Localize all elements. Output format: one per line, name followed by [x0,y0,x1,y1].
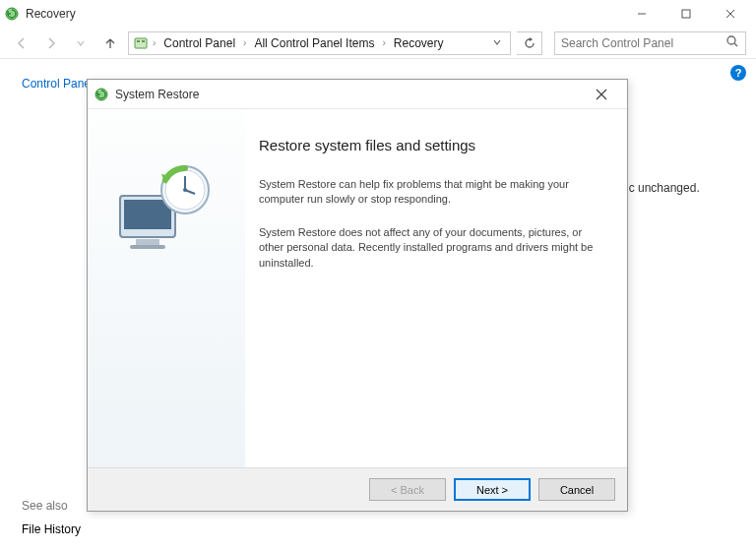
address-bar[interactable]: › Control Panel › All Control Panel Item… [128,31,511,55]
svg-rect-14 [124,200,171,229]
search-input[interactable] [561,36,725,50]
dialog-titlebar[interactable]: System Restore [88,80,627,109]
system-restore-dialog: System Restore R [87,79,628,512]
svg-rect-6 [137,40,140,42]
back-button: < Back [369,478,446,501]
wizard-heading: Restore system files and settings [259,137,601,153]
see-also-label: See also [22,499,68,513]
control-panel-icon [133,35,149,51]
dialog-footer: < Back Next > Cancel [88,467,627,511]
back-arrow-button[interactable] [10,31,33,55]
help-icon[interactable]: ? [730,65,746,81]
main-window-title: Recovery [26,7,76,21]
maximize-button[interactable] [663,0,708,28]
svg-rect-7 [142,40,145,42]
recovery-app-icon [4,6,20,22]
close-button[interactable] [708,0,752,28]
address-dropdown-button[interactable] [488,36,506,50]
svg-rect-2 [682,10,690,18]
navigation-bar: › Control Panel › All Control Panel Item… [0,28,756,59]
minimize-button[interactable] [619,0,663,28]
dialog-title: System Restore [115,88,199,101]
main-window-titlebar: Recovery [0,0,756,28]
chevron-right-icon[interactable]: › [151,37,158,48]
svg-rect-5 [135,38,147,48]
wizard-content: Restore system files and settings System… [245,109,627,467]
restore-wizard-graphic-icon [112,158,220,267]
up-arrow-button[interactable] [98,31,122,55]
wizard-paragraph-2: System Restore does not affect any of yo… [259,225,601,271]
recent-locations-button[interactable] [69,31,93,55]
breadcrumb-recovery[interactable]: Recovery [390,36,448,50]
chevron-right-icon[interactable]: › [380,37,387,48]
wizard-sidebar [88,109,245,467]
file-history-link[interactable]: File History [22,522,81,536]
wizard-paragraph-1: System Restore can help fix problems tha… [259,177,601,208]
svg-rect-16 [130,245,165,249]
breadcrumb-control-panel[interactable]: Control Panel [159,36,239,50]
background-text-fragment: ic unchanged. [626,181,700,195]
next-button[interactable]: Next > [454,478,531,501]
dialog-close-button[interactable] [582,81,621,108]
system-restore-icon [94,87,109,102]
forward-arrow-button[interactable] [39,31,63,55]
window-controls [619,0,752,28]
dialog-body: Restore system files and settings System… [88,109,627,467]
search-box[interactable] [554,31,746,55]
svg-rect-15 [136,239,159,245]
chevron-right-icon[interactable]: › [241,37,248,48]
svg-point-21 [183,188,187,192]
svg-point-8 [727,36,735,44]
cancel-button[interactable]: Cancel [538,478,615,501]
breadcrumb-all-items[interactable]: All Control Panel Items [250,36,378,50]
search-icon[interactable] [725,34,739,51]
refresh-button[interactable] [517,31,542,55]
svg-line-9 [734,43,737,46]
